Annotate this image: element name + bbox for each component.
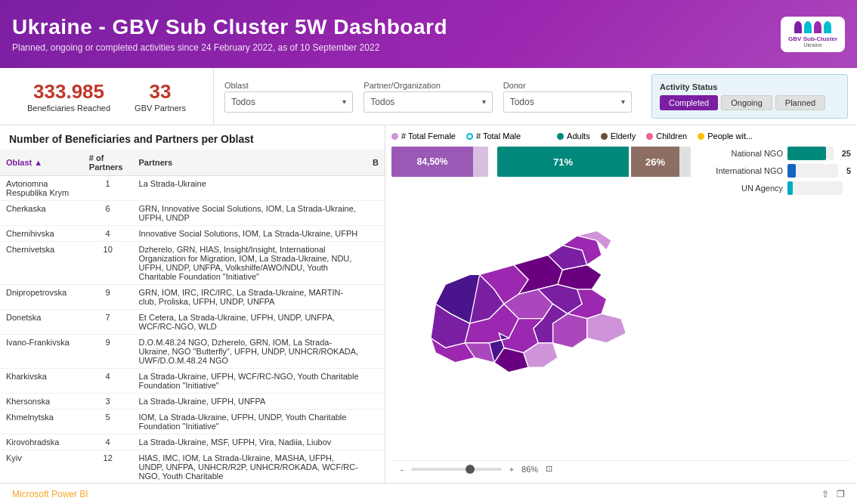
cell-partners-count: 12 [83,450,133,484]
total-male-label: # Total Male [476,131,521,141]
ongoing-button[interactable]: Ongoing [721,95,772,110]
ngo-row-un: UN Agency [700,181,851,195]
partner-select[interactable]: Todos ▾ [364,91,492,113]
cell-partners-list: D.O.M.48.24 NGO, Dzherelo, GRN, IOM, La … [133,335,367,369]
ngo-national-bar [787,147,826,160]
cell-partners-list: Et Cetera, La Strada-Ukraine, UFPH, UNDP… [133,310,367,335]
ngo-row-national: National NGO 25 [700,147,851,160]
cell-partners-count: 7 [83,310,133,335]
children-dot [646,133,653,140]
cell-partners-list: GRN, IOM, IRC, IRC/IRC, La Strada-Ukrain… [133,285,367,310]
ngo-international-bar [787,164,796,178]
oblast-filter: Oblast Todos ▾ [224,81,353,113]
filter-section: Oblast Todos ▾ Partner/Organization Todo… [214,68,642,125]
header: Ukraine - GBV Sub Cluster 5W Dashboard P… [0,0,857,68]
logo-icons [794,21,831,33]
elderly-label: Elderly [611,131,636,141]
legend-people: People wit... [698,131,753,141]
zoom-minus-icon[interactable]: - [398,465,407,474]
female-bar-fill: 84,50% [391,147,473,177]
map-container [391,206,851,460]
planned-button[interactable]: Planned [775,95,825,110]
cell-oblast: Chernivetska [0,242,83,285]
cell-b [367,310,385,335]
cell-b [367,410,385,434]
main-content: Number of Beneficiaries and Partners per… [0,125,857,483]
table-row: Cherkaska 6 GRN, Innovative Social Solut… [0,201,385,226]
cell-b [367,201,385,226]
cell-partners-count: 6 [83,201,133,226]
ukraine-map [391,206,851,460]
cell-oblast: Donetska [0,310,83,335]
donor-value: Todos [510,97,534,107]
beneficiaries-label: Beneficiaries Reached [27,104,110,113]
gender-bar-section: 84,50% [391,147,488,199]
female-pct-label: 84,50% [417,156,448,167]
share-icon[interactable]: ⇧ [821,489,829,499]
zoom-level-label: 86% [521,465,538,474]
adults-pct-label: 71% [553,156,573,168]
cell-b [367,285,385,310]
map-region-luhansk [587,314,627,343]
cell-oblast: Kyiv [0,450,83,484]
table-panel: Number of Beneficiaries and Partners per… [0,125,385,483]
beneficiaries-table: Oblast ▲ # of Partners Partners B Avtono… [0,150,385,483]
cell-oblast: Ivano-Frankivska [0,335,83,369]
cell-partners-count: 4 [83,434,133,450]
col-oblast[interactable]: Oblast ▲ [0,150,83,176]
legend-children: Children [646,131,687,141]
gender-bar: 84,50% [391,147,488,177]
total-female-label: # Total Female [401,131,456,141]
table-row: Kirovohradska 4 La Strada-Ukraine, MSF, … [0,434,385,450]
partner-chevron-icon: ▾ [482,97,486,106]
table-wrapper[interactable]: Oblast ▲ # of Partners Partners B Avtono… [0,150,385,483]
chart-panel: # Total Female # Total Male Adults Elder… [385,125,857,483]
activity-status-title: Activity Status [660,82,840,91]
partners-kpi: 33 GBV Partners [122,80,198,113]
col-partners-count[interactable]: # of Partners [83,150,133,176]
cell-partners-count: 1 [83,176,133,201]
donor-filter: Donor Todos ▾ [503,81,632,113]
expand-icon[interactable]: ❐ [837,489,845,499]
legend-total-male: # Total Male [466,131,521,141]
beneficiaries-kpi: 333.985 Beneficiaries Reached [15,80,122,113]
ngo-national-bar-wrap [787,147,834,160]
logo-sub: Ukraine [803,42,821,48]
cell-partners-count: 3 [83,394,133,410]
cell-b [367,369,385,394]
cell-partners-count: 9 [83,285,133,310]
cell-partners-list: Dzherelo, GRN, HIAS, Insight/Insight, In… [133,242,367,285]
logo-icon-4 [824,21,831,33]
partner-label: Partner/Organization [364,81,492,90]
table-row: Khersonska 3 La Strada-Ukraine, UFPH, UN… [0,394,385,410]
cell-partners-list: GRN, Innovative Social Solutions, IOM, L… [133,201,367,226]
donor-label: Donor [503,81,632,90]
table-row: Kyiv 12 HIAS, IMC, IOM, La Strada-Ukrain… [0,450,385,484]
donor-chevron-icon: ▾ [621,97,625,106]
cell-partners-list: Innovative Social Solutions, IOM, La Str… [133,226,367,242]
power-bi-link[interactable]: Microsoft Power BI [12,489,88,499]
elderly-bar-fill: 26% [631,147,679,177]
donor-select[interactable]: Todos ▾ [503,91,632,113]
table-row: Chernivetska 10 Dzherelo, GRN, HIAS, Ins… [0,242,385,285]
total-female-dot [391,133,398,140]
zoom-fit-icon[interactable]: ⊡ [546,464,552,474]
col-partners-list[interactable]: Partners [133,150,367,176]
zoom-plus-icon[interactable]: + [506,465,517,474]
cell-oblast: Kirovohradska [0,434,83,450]
oblast-select[interactable]: Todos ▾ [224,91,353,113]
cell-partners-count: 5 [83,410,133,434]
children-label: Children [656,131,687,141]
chart-legend: # Total Female # Total Male Adults Elder… [391,131,851,141]
legend-adults: Adults [557,131,590,141]
cell-partners-list: HIAS, IMC, IOM, La Strada-Ukraine, MASHA… [133,450,367,484]
oblast-chevron-icon: ▾ [342,97,346,106]
ngo-row-international: International NGO 5 [700,164,851,178]
completed-button[interactable]: Completed [660,95,718,110]
elderly-pct-label: 26% [645,156,665,168]
oblast-label: Oblast [224,81,353,90]
zoom-thumb[interactable] [466,465,475,474]
zoom-slider[interactable] [411,468,502,471]
activity-status-section: Activity Status Completed Ongoing Planne… [651,74,848,119]
cell-oblast: Chernihivska [0,226,83,242]
